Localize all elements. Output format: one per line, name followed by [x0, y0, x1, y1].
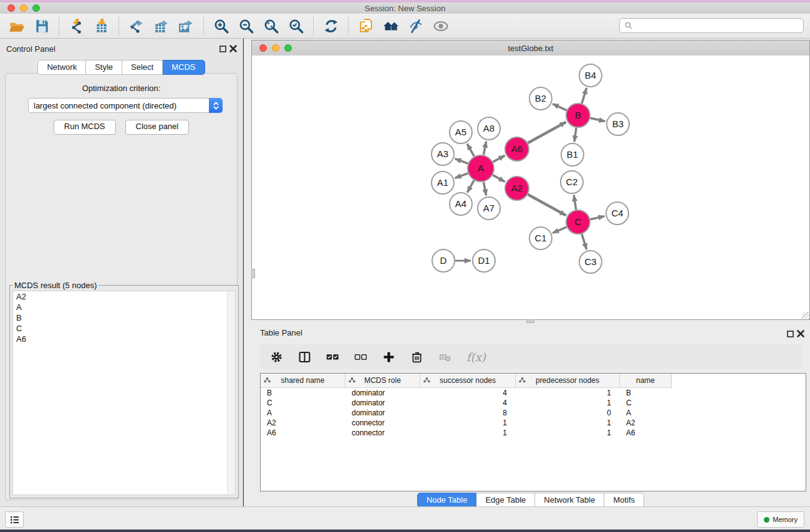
- minimize-network-button[interactable]: [272, 44, 279, 52]
- node-C[interactable]: C: [566, 210, 590, 234]
- node-A8[interactable]: A8: [478, 117, 500, 140]
- edge-B-B2[interactable]: [552, 104, 567, 110]
- export-image-button[interactable]: [177, 17, 196, 36]
- node-A3[interactable]: A3: [432, 143, 454, 165]
- node-A4[interactable]: A4: [450, 193, 472, 215]
- edge-B-B1[interactable]: [574, 128, 576, 142]
- edge-A-A4[interactable]: [467, 180, 474, 193]
- node-B[interactable]: B: [566, 104, 590, 127]
- mcds-result-item[interactable]: A6: [13, 334, 235, 344]
- export-network-button[interactable]: [127, 17, 146, 36]
- column-header-MCDS-role[interactable]: MCDS role: [345, 374, 420, 387]
- import-network-button[interactable]: [67, 17, 86, 36]
- node-A[interactable]: A: [468, 155, 494, 181]
- memory-button[interactable]: Memory: [757, 511, 804, 528]
- node-C3[interactable]: C3: [579, 251, 602, 273]
- float-panel-icon[interactable]: [219, 46, 226, 52]
- select-all-button[interactable]: [326, 351, 339, 364]
- edge-A2-C[interactable]: [528, 195, 566, 216]
- edge-A-A5[interactable]: [467, 143, 474, 156]
- node-C4[interactable]: C4: [606, 202, 629, 225]
- close-window-button[interactable]: [7, 4, 15, 12]
- zoom-selected-button[interactable]: [287, 17, 306, 36]
- table-row[interactable]: Cdominator41C: [261, 398, 806, 408]
- column-header-successor-nodes[interactable]: successor nodes: [420, 374, 516, 387]
- mcds-result-list[interactable]: A2ABCA6: [12, 291, 236, 495]
- table-row[interactable]: A6connector11A6: [261, 428, 806, 438]
- zoom-out-button[interactable]: [237, 17, 256, 36]
- edge-A-A1[interactable]: [455, 173, 468, 178]
- home-button[interactable]: [382, 17, 400, 36]
- refresh-button[interactable]: [322, 17, 340, 36]
- node-B4[interactable]: B4: [579, 64, 602, 87]
- float-table-panel-icon[interactable]: [787, 331, 794, 337]
- close-network-button[interactable]: [259, 44, 267, 52]
- zoom-in-button[interactable]: [212, 17, 231, 36]
- tab-network-table[interactable]: Network Table: [535, 493, 604, 508]
- deselect-all-button[interactable]: [354, 351, 367, 364]
- network-window-titlebar[interactable]: testGlobe.txt: [252, 41, 809, 56]
- edge-C-C3[interactable]: [582, 234, 587, 249]
- export-table-button[interactable]: [152, 17, 171, 36]
- split-columns-button[interactable]: [298, 351, 311, 364]
- close-panel-icon[interactable]: [229, 44, 238, 53]
- mcds-result-item[interactable]: C: [13, 323, 235, 334]
- node-C2[interactable]: C2: [561, 171, 583, 193]
- tab-style[interactable]: Style: [86, 60, 122, 75]
- save-session-button[interactable]: [32, 17, 51, 36]
- mcds-result-item[interactable]: A: [13, 302, 235, 312]
- node-C1[interactable]: C1: [529, 227, 552, 249]
- column-header-name[interactable]: name: [620, 374, 672, 387]
- node-D1[interactable]: D1: [473, 249, 495, 272]
- task-history-button[interactable]: [5, 511, 24, 528]
- edge-A-A6[interactable]: [493, 155, 504, 162]
- zoom-fit-button[interactable]: [262, 17, 281, 36]
- node-A1[interactable]: A1: [432, 172, 454, 194]
- mcds-result-item[interactable]: A2: [13, 291, 235, 302]
- network-canvas[interactable]: AA1A3A5A8A4A7A6A2BB1B2B3B4CC1C2C3C4DD1: [252, 56, 809, 319]
- tab-mcds[interactable]: MCDS: [163, 60, 205, 75]
- close-panel-button[interactable]: Close panel: [125, 120, 190, 135]
- tab-network[interactable]: Network: [37, 60, 86, 75]
- search-input[interactable]: [635, 19, 803, 32]
- delete-column-button[interactable]: [410, 351, 423, 364]
- gear-button[interactable]: [270, 351, 283, 364]
- tab-motifs[interactable]: Motifs: [604, 493, 644, 508]
- open-session-button[interactable]: [7, 17, 26, 36]
- edge-A-A3[interactable]: [455, 158, 468, 163]
- node-B2[interactable]: B2: [529, 87, 552, 110]
- node-A2[interactable]: A2: [505, 177, 529, 200]
- edge-C-C2[interactable]: [574, 195, 576, 210]
- zoom-window-button[interactable]: [32, 4, 40, 12]
- edge-C-C4[interactable]: [591, 216, 605, 220]
- edge-C-C1[interactable]: [552, 227, 566, 233]
- edge-A-A8[interactable]: [483, 142, 486, 155]
- column-header-shared-name[interactable]: shared name: [261, 374, 345, 387]
- import-table-button[interactable]: [92, 17, 111, 36]
- edge-A-A2[interactable]: [493, 175, 504, 182]
- column-header-predecessor-nodes[interactable]: predecessor nodes: [516, 374, 620, 387]
- edge-A6-B[interactable]: [528, 122, 566, 143]
- tab-node-table[interactable]: Node Table: [417, 493, 477, 508]
- tab-select[interactable]: Select: [122, 60, 163, 75]
- duplicate-network-button[interactable]: [357, 17, 375, 36]
- resize-grip[interactable]: [802, 312, 809, 319]
- node-D[interactable]: D: [432, 249, 455, 272]
- minimize-window-button[interactable]: [20, 4, 27, 12]
- search-box[interactable]: [619, 18, 804, 33]
- hide-panels-button[interactable]: [407, 17, 425, 36]
- zoom-network-button[interactable]: [284, 44, 292, 52]
- edge-B-B3[interactable]: [591, 118, 605, 121]
- table-row[interactable]: Bdominator41B: [261, 388, 806, 398]
- node-A5[interactable]: A5: [450, 121, 472, 143]
- list-scrollbar[interactable]: [227, 291, 235, 495]
- close-table-panel-icon[interactable]: [796, 329, 805, 338]
- show-eye-button[interactable]: [432, 17, 450, 36]
- node-A6[interactable]: A6: [505, 137, 529, 161]
- criterion-dropdown[interactable]: largest connected component (directed): [28, 98, 223, 113]
- node-A7[interactable]: A7: [478, 197, 500, 220]
- node-B3[interactable]: B3: [607, 113, 629, 135]
- tab-edge-table[interactable]: Edge Table: [476, 493, 535, 508]
- desktop-vscroll-thumb[interactable]: [251, 269, 255, 278]
- table-row[interactable]: A2connector11A2: [261, 418, 806, 428]
